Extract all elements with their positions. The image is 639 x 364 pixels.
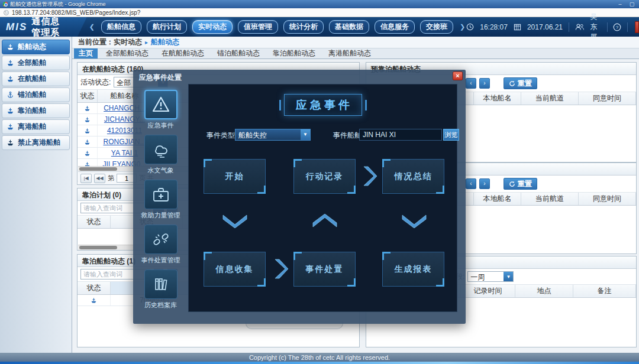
nav-next-icon[interactable]: ❯ xyxy=(459,23,466,31)
nav-voyage-plan[interactable]: 航行计划 xyxy=(147,20,187,34)
page-next-button[interactable]: › xyxy=(479,78,490,89)
col-local-name[interactable]: 本地船名 xyxy=(474,92,521,105)
breadcrumb-prefix: 当前位置：实时动态 xyxy=(78,37,142,47)
col-remark[interactable]: 备注 xyxy=(573,285,636,297)
flow-start-button[interactable]: 开始 xyxy=(204,159,266,194)
ship-icon xyxy=(7,59,14,67)
chevron-down-icon xyxy=(402,214,427,228)
col-approve-time[interactable]: 同意时间 xyxy=(579,193,636,205)
range-select[interactable]: 一周 ▼ xyxy=(467,271,514,282)
scrollbar-thumb[interactable] xyxy=(79,167,117,171)
nav-info-service[interactable]: 信息服务 xyxy=(375,20,415,34)
app-header: MIS 船舶交通信息管理系统 ❮ 船舶信息 航行计划 实时动态 值班管理 统计分… xyxy=(0,17,639,37)
sidebar-item-all-ships[interactable]: 全部船舶 xyxy=(2,56,70,70)
ship-icon xyxy=(7,107,14,115)
page-prev-button[interactable]: ‹ xyxy=(466,178,476,189)
tab-home[interactable]: 主页 xyxy=(74,48,98,58)
event-ship-input[interactable] xyxy=(359,129,442,141)
nav-stats[interactable]: 统计分析 xyxy=(283,20,324,34)
browse-button[interactable]: 浏览 xyxy=(443,129,459,141)
window-minimize-button[interactable]: – xyxy=(616,1,624,7)
page-label-pre: 第 xyxy=(108,174,114,183)
reset-button[interactable]: 重置 xyxy=(504,77,537,89)
flow-summary-button[interactable]: 情况总结 xyxy=(382,159,444,194)
modal-nav-event-manage[interactable]: 事件处置管理 xyxy=(141,225,180,265)
refresh-icon xyxy=(509,181,515,187)
chevron-down-icon: ▼ xyxy=(301,129,310,140)
tab-berthed-dynamics[interactable]: 靠泊船舶动态 xyxy=(268,48,320,58)
nav-duty[interactable]: 值班管理 xyxy=(238,20,278,34)
filter-label: 活动状态: xyxy=(80,77,111,87)
tab-sailing-dynamics[interactable]: 在航船舶动态 xyxy=(157,48,209,58)
ship-status-icon xyxy=(84,105,91,112)
breadcrumb: 当前位置：实时动态 ▸ 船舶动态 xyxy=(72,37,639,48)
ship-status-icon xyxy=(84,150,91,157)
ship-icon xyxy=(7,123,14,131)
reset-button[interactable]: 重置 xyxy=(504,178,537,190)
sidebar-item-departed-ships[interactable]: 离港船舶 xyxy=(2,119,70,134)
col-status[interactable]: 状态 xyxy=(78,90,98,102)
col-record-time[interactable]: 记录时间 xyxy=(461,285,515,297)
ship-status-icon xyxy=(84,139,91,145)
nav-base-data[interactable]: 基础数据 xyxy=(329,20,369,34)
flow-collect-button[interactable]: 信息收集 xyxy=(204,252,266,287)
col-location[interactable]: 地点 xyxy=(515,285,573,297)
sidebar-item-sailing-ships[interactable]: 在航船舶 xyxy=(2,72,70,86)
nav-shift[interactable]: 交接班 xyxy=(420,20,453,34)
modal-nav-hydro-weather[interactable]: 水文气象 xyxy=(144,135,178,175)
logout-button[interactable] xyxy=(635,21,639,33)
ship-status-icon xyxy=(84,128,91,134)
warning-triangle-icon xyxy=(144,90,178,119)
col-approve-time[interactable]: 同意时间 xyxy=(579,92,636,105)
event-ship-label: 事件船舶 xyxy=(333,131,362,141)
ship-icon xyxy=(7,75,14,83)
footer: Copyright (c) The 28th of cetc All right… xyxy=(0,353,639,362)
tab-all-dynamics[interactable]: 全部船舶动态 xyxy=(101,48,153,58)
app-logo: MIS 船舶交通信息管理系统 xyxy=(0,17,87,37)
modal-nav-emergency[interactable]: 应急事件 xyxy=(144,90,178,130)
nav-realtime[interactable]: 实时动态 xyxy=(192,20,233,34)
chevron-up-icon xyxy=(312,214,337,228)
page-prev-button[interactable]: ◀◀ xyxy=(94,174,105,183)
nav-ship-info[interactable]: 船舶信息 xyxy=(101,20,141,34)
user-icon xyxy=(575,23,585,31)
tab-departed-dynamics[interactable]: 离港船舶动态 xyxy=(324,48,376,58)
flow-report-button[interactable]: 生成报表 xyxy=(382,252,444,287)
anchor-icon xyxy=(7,91,14,99)
url-text[interactable]: 198.13.77.204:8082/MIS_WEB/Pages/Index.j… xyxy=(12,9,140,16)
event-form: 事件类型 船舶失控 ▼ 事件船舶 浏览 xyxy=(189,128,457,141)
modal-nav-history-archive[interactable]: 历史档案库 xyxy=(144,269,178,310)
col-local-name[interactable]: 本地船名 xyxy=(474,193,521,205)
col-channel[interactable]: 当前航道 xyxy=(521,193,579,205)
breadcrumb-current[interactable]: 船舶动态 xyxy=(151,37,179,47)
chevron-down-icon: ▼ xyxy=(504,272,513,281)
scrollbar-thumb[interactable] xyxy=(79,246,117,249)
nav-prev-icon[interactable]: ❮ xyxy=(88,23,96,31)
sidebar-item-berthed-ships[interactable]: 靠泊船舶 xyxy=(2,103,70,118)
tab-anchored-dynamics[interactable]: 锚泊船舶动态 xyxy=(212,48,264,58)
col-status[interactable]: 状态 xyxy=(78,216,111,228)
page-icon: ↻ xyxy=(4,10,9,15)
ship-icon xyxy=(7,43,14,51)
header-time: 16:28:07 xyxy=(480,23,508,31)
window-maximize-button[interactable]: ▢ xyxy=(628,1,636,7)
page-next-button[interactable]: › xyxy=(479,178,490,189)
main-nav: ❮ 船舶信息 航行计划 实时动态 值班管理 统计分析 基础数据 信息服务 交接班… xyxy=(88,20,466,34)
close-icon[interactable]: × xyxy=(453,72,463,80)
event-type-select[interactable]: 船舶失控 ▼ xyxy=(235,129,311,141)
col-status[interactable]: 状态 xyxy=(78,282,111,294)
sidebar-item-anchored-ships[interactable]: 锚泊船舶 xyxy=(2,87,70,102)
divider xyxy=(569,22,569,32)
flow-action-record-button[interactable]: 行动记录 xyxy=(293,159,356,194)
broken-link-icon xyxy=(144,225,178,254)
col-channel[interactable]: 当前航道 xyxy=(521,92,579,105)
page-prev-button[interactable]: ‹ xyxy=(466,78,476,89)
modal-nav-rescue-force[interactable]: 救助力量管理 xyxy=(141,180,180,220)
sidebar-item-ship-dynamics[interactable]: 船舶动态 xyxy=(2,40,70,54)
sidebar-item-no-departure-ships[interactable]: 禁止离港船舶 xyxy=(2,135,70,150)
emergency-badge: 应急事件 xyxy=(284,94,362,116)
divider xyxy=(627,22,628,32)
help-icon[interactable]: ? xyxy=(613,23,621,31)
page-first-button[interactable]: |◀ xyxy=(80,174,92,183)
flow-handle-button[interactable]: 事件处置 xyxy=(293,252,356,287)
